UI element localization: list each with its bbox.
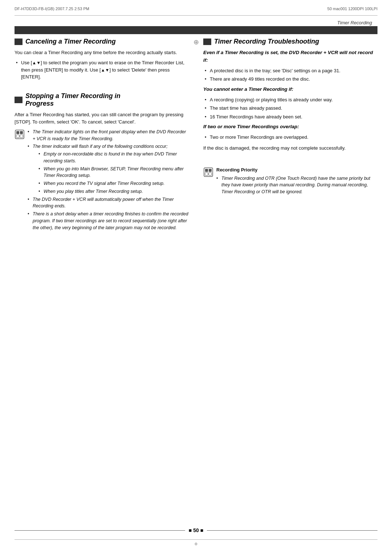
troubleshooting-heading: Timer Recording Troubleshooting xyxy=(203,38,377,45)
canceling-intro: You can clear a Timer Recording any time… xyxy=(15,49,189,56)
left-column: Canceling a Timer Recording You can clea… xyxy=(15,38,189,511)
file-info: DF-H7DD3D-FB-I(GB) 2007.7.25 2:53 PM xyxy=(15,7,89,11)
dash-item-2: When you go into Main Browser, SETUP, Ti… xyxy=(38,166,189,179)
footer: ■ 50 ■ xyxy=(15,527,377,533)
svg-rect-8 xyxy=(205,173,208,175)
divider-2 xyxy=(203,155,377,163)
svg-rect-2 xyxy=(20,131,23,134)
cannot-enter-bullet-3: 16 Timer Recordings have already been se… xyxy=(203,113,377,121)
stopping-section: Stopping a Timer Recording inProgress Af… xyxy=(15,92,189,235)
right-column: Timer Recording Troubleshooting Even if … xyxy=(203,38,377,511)
note-bullet-2: The timer indicator will flash if any of… xyxy=(28,143,189,195)
page-wrapper: DF-H7DD3D-FB-I(GB) 2007.7.25 2:53 PM 50 … xyxy=(0,0,392,555)
priority-bullet-list: Timer Recording and OTR (One Touch Recor… xyxy=(216,175,377,195)
overlap-heading: If two or more Timer Recordings overlap: xyxy=(203,123,377,131)
stopping-body: After a Timer Recording has started, you… xyxy=(15,111,189,232)
note-bullet-list: The Timer indicator lights on the front … xyxy=(28,129,189,231)
heading-bar-icon xyxy=(15,39,23,45)
svg-rect-4 xyxy=(20,135,23,138)
canceling-heading: Canceling a Timer Recording xyxy=(15,38,189,45)
stopping-title: Stopping a Timer Recording inProgress xyxy=(25,92,121,108)
cannot-enter-list: A recording (copying) or playing titles … xyxy=(203,96,377,121)
heading-bar-icon-2 xyxy=(15,97,23,103)
even-if-bullet-2: There are already 49 titles recorded on … xyxy=(203,76,377,83)
print-info: 50 mac001 1200DPI 100LPI xyxy=(327,7,377,11)
heading-bar-icon-3 xyxy=(203,39,211,45)
svg-rect-3 xyxy=(16,135,19,138)
crosshair-bottom-icon xyxy=(192,540,200,548)
section-title: Timer Recording xyxy=(337,20,372,25)
note-content: The Timer indicator lights on the front … xyxy=(28,129,189,232)
canceling-section: Canceling a Timer Recording You can clea… xyxy=(15,38,189,84)
canceling-bullet-1: Use [▲▼] to select the program you want … xyxy=(15,59,189,81)
cannot-enter-bullet-2: The start time has already passed. xyxy=(203,105,377,112)
overlap-bullet-1: Two or more Timer Recordings are overlap… xyxy=(203,134,377,141)
priority-note-block: Recording Priority Timer Recording and O… xyxy=(203,166,377,197)
cannot-enter-bullet-1: A recording (copying) or playing titles … xyxy=(203,96,377,104)
content-area: Canceling a Timer Recording You can clea… xyxy=(15,38,377,511)
header-meta: DF-H7DD3D-FB-I(GB) 2007.7.25 2:53 PM 50 … xyxy=(15,7,377,11)
overlap-list: Two or more Timer Recordings are overlap… xyxy=(203,134,377,141)
page-number: ■ 50 ■ xyxy=(189,527,203,533)
svg-rect-6 xyxy=(205,169,208,172)
even-if-heading: Even if a Timer Recording is set, the DV… xyxy=(203,49,377,64)
dash-item-4: When you play titles after Timer Recordi… xyxy=(38,188,189,195)
stopping-note-block: The Timer indicator lights on the front … xyxy=(15,129,189,232)
footer-line-right xyxy=(207,530,377,531)
priority-title: Recording Priority xyxy=(216,167,257,173)
canceling-title: Canceling a Timer Recording xyxy=(25,38,116,45)
stopping-heading: Stopping a Timer Recording inProgress xyxy=(15,92,189,108)
troubleshooting-body: Even if a Timer Recording is set, the DV… xyxy=(203,49,377,152)
priority-note-icon xyxy=(203,167,213,177)
canceling-bullet-list: Use [▲▼] to select the program you want … xyxy=(15,59,189,81)
dash-list: Empty or non-recordable disc is found in… xyxy=(38,151,189,195)
footer-line-left xyxy=(15,530,185,531)
note-bullet-3: The DVD Recorder + VCR will automaticall… xyxy=(28,196,189,210)
svg-rect-9 xyxy=(209,173,212,175)
priority-bullet-1: Timer Recording and OTR (One Touch Recor… xyxy=(216,175,377,195)
note-bullet-1: The Timer indicator lights on the front … xyxy=(28,129,189,142)
troubleshooting-section: Timer Recording Troubleshooting Even if … xyxy=(203,38,377,155)
canceling-body: You can clear a Timer Recording any time… xyxy=(15,49,189,81)
divider-1 xyxy=(15,84,189,92)
note-bullet-4: There is a short delay when a timer reco… xyxy=(28,211,189,231)
damaged-disc-note: If the disc is damaged, the recording ma… xyxy=(203,145,377,152)
dash-item-1: Empty or non-recordable disc is found in… xyxy=(38,151,189,165)
even-if-list: A protected disc is in the tray; see 'Di… xyxy=(203,67,377,83)
svg-rect-1 xyxy=(16,131,19,134)
cannot-enter-heading: You cannot enter a Timer Recording if: xyxy=(203,86,377,93)
header-bar xyxy=(15,26,377,34)
priority-note-content: Recording Priority Timer Recording and O… xyxy=(216,166,377,197)
bottom-decorative-line xyxy=(15,539,377,540)
even-if-bullet-1: A protected disc is in the tray; see 'Di… xyxy=(203,67,377,74)
svg-rect-7 xyxy=(209,169,212,172)
troubleshooting-title: Timer Recording Troubleshooting xyxy=(214,38,319,45)
recording-priority-section: Recording Priority Timer Recording and O… xyxy=(203,163,377,199)
dash-item-3: When you record the TV signal after Time… xyxy=(38,180,189,187)
note-icon xyxy=(15,129,25,139)
stopping-intro: After a Timer Recording has started, you… xyxy=(15,111,189,126)
top-decorative-line xyxy=(15,15,377,16)
